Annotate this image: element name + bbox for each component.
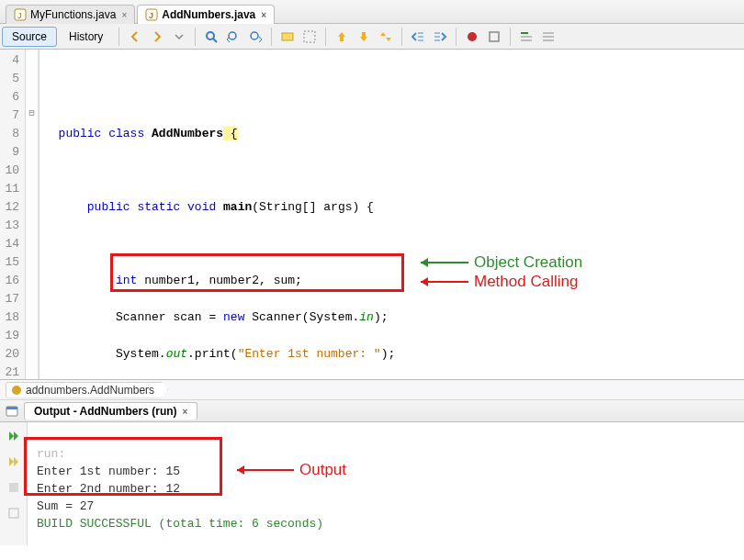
shift-mixed-icon[interactable] xyxy=(376,27,396,47)
svg-rect-19 xyxy=(490,32,499,41)
separator xyxy=(510,28,511,46)
code-editor[interactable]: 4 5 6 7 8 9 10 11 12 13 14 15 16 17 18 1… xyxy=(0,50,744,380)
output-icon xyxy=(6,405,18,418)
selection-icon[interactable] xyxy=(299,27,320,47)
settings-run-icon[interactable] xyxy=(4,503,24,523)
stop-run-icon[interactable] xyxy=(4,477,24,498)
separator xyxy=(195,28,196,46)
separator xyxy=(401,28,402,46)
annotation-object-creation: Object Creation xyxy=(415,253,582,272)
svg-point-4 xyxy=(207,32,214,39)
svg-line-5 xyxy=(213,39,217,42)
svg-rect-11 xyxy=(362,32,366,37)
indent-left-icon[interactable] xyxy=(408,27,428,47)
rerun-icon[interactable] xyxy=(4,426,24,446)
close-icon[interactable]: × xyxy=(183,407,188,417)
svg-rect-30 xyxy=(6,407,17,409)
tab-label: AddNumbers.java xyxy=(162,8,255,21)
separator xyxy=(118,28,119,46)
svg-text:J: J xyxy=(17,11,22,20)
nav-fwd-icon[interactable] xyxy=(147,27,167,47)
breadcrumb-item[interactable]: addnumbers.AddNumbers xyxy=(6,382,168,398)
nav-back-icon[interactable] xyxy=(125,27,145,47)
separator xyxy=(271,28,272,46)
output-text[interactable]: run: Enter 1st number: 15 Enter 2nd numb… xyxy=(28,422,744,545)
source-button[interactable]: Source xyxy=(2,27,57,47)
separator xyxy=(325,28,326,46)
breadcrumb: addnumbers.AddNumbers xyxy=(0,380,744,400)
close-icon[interactable]: × xyxy=(261,10,266,20)
fold-gutter: ⊟ xyxy=(26,50,39,379)
uncomment-icon[interactable] xyxy=(538,27,558,47)
history-button[interactable]: History xyxy=(59,27,113,47)
comment-icon[interactable] xyxy=(516,27,536,47)
rerun-alt-icon[interactable] xyxy=(4,452,24,472)
output-panel-title: Output - AddNumbers (run) xyxy=(34,405,177,418)
annotation-method-calling: Method Calling xyxy=(415,273,578,291)
record-icon[interactable] xyxy=(462,27,482,47)
svg-rect-9 xyxy=(304,31,315,42)
svg-text:J: J xyxy=(149,11,153,20)
output-panel-header: Output - AddNumbers (run) × xyxy=(0,400,744,422)
output-gutter xyxy=(0,422,28,545)
tab-myfunctions[interactable]: J MyFunctions.java × xyxy=(6,5,135,24)
line-number-gutter: 4 5 6 7 8 9 10 11 12 13 14 15 16 17 18 1… xyxy=(0,50,26,379)
svg-point-6 xyxy=(229,32,236,39)
svg-rect-8 xyxy=(282,33,293,40)
annotation-output: Output xyxy=(231,461,346,478)
svg-point-7 xyxy=(251,32,258,39)
find-icon[interactable] xyxy=(201,27,221,47)
svg-rect-32 xyxy=(9,509,18,518)
java-file-icon: J xyxy=(14,8,27,21)
highlight-icon[interactable] xyxy=(277,27,298,47)
find-prev-icon[interactable] xyxy=(223,27,243,47)
class-icon xyxy=(10,384,23,397)
indent-right-icon[interactable] xyxy=(430,27,450,47)
file-tab-bar: J MyFunctions.java × J AddNumbers.java × xyxy=(0,0,744,24)
separator xyxy=(456,28,457,46)
code-text[interactable]: public class AddNumbers { public static … xyxy=(39,50,744,379)
svg-point-18 xyxy=(468,32,477,41)
svg-rect-10 xyxy=(340,37,344,41)
fold-toggle-icon[interactable]: ⊟ xyxy=(26,105,38,123)
svg-rect-31 xyxy=(9,483,18,492)
find-next-icon[interactable] xyxy=(245,27,265,47)
tab-label: MyFunctions.java xyxy=(30,8,116,21)
java-file-icon: J xyxy=(145,8,158,21)
close-icon[interactable]: × xyxy=(121,10,127,20)
shift-up-icon[interactable] xyxy=(332,27,352,47)
shift-down-icon[interactable] xyxy=(354,27,374,47)
dropdown-icon[interactable] xyxy=(169,27,189,47)
tab-addnumbers[interactable]: J AddNumbers.java × xyxy=(137,5,275,24)
editor-toolbar: Source History xyxy=(0,24,744,50)
stop-icon[interactable] xyxy=(484,27,504,47)
svg-point-28 xyxy=(12,386,21,395)
output-panel: run: Enter 1st number: 15 Enter 2nd numb… xyxy=(0,422,744,545)
